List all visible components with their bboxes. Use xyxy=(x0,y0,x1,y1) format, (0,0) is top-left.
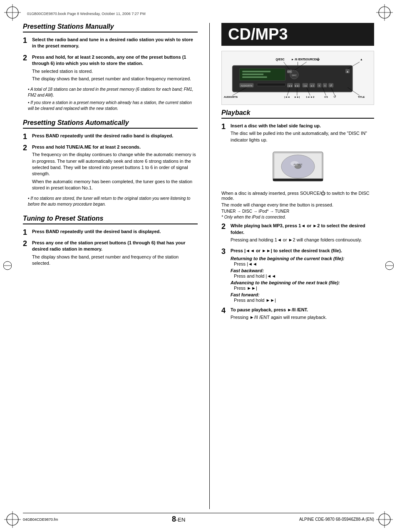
corner-mark-br xyxy=(376,511,393,528)
step-playback-content-3: Press |◄◄ or ►►| to select the desired t… xyxy=(231,248,374,303)
step-content-2: Press and hold, for at least 2 seconds, … xyxy=(32,54,198,84)
bullet-1-2: If you store a station in a preset memor… xyxy=(28,100,198,112)
step-manually-2: 2 Press and hold, for at least 2 seconds… xyxy=(23,54,198,84)
section-title-playback: Playback xyxy=(221,109,374,119)
step-playback-num-1: 1 xyxy=(221,123,228,144)
step-auto-title-1: Press BAND repeatedly until the desired … xyxy=(32,133,198,139)
step-playback-body-1: The disc will be pulled into the unit au… xyxy=(231,130,374,143)
step-auto-title-2: Press and hold TUNE/A.ME for at least 2 … xyxy=(32,144,198,150)
svg-text:↺: ↺ xyxy=(330,84,332,87)
step-playback-body-2: Pressing and holding 1◄ or ►2 will chang… xyxy=(231,237,374,243)
svg-text:► /II /ENT: ► /II /ENT xyxy=(291,58,305,61)
sub-content-anb: Press ►►| xyxy=(234,286,374,291)
sub-content-ff: Press and hold ►►| xyxy=(234,298,374,303)
svg-text:▲: ▲ xyxy=(346,70,349,73)
step-tuning-title-1: Press BAND repeatedly until the desired … xyxy=(32,229,198,235)
model-info: ALPINE CDE-9870 68-05946Z88-A (EN) xyxy=(299,517,374,522)
svg-text:▲: ▲ xyxy=(360,58,363,61)
step-auto-content-2: Press and hold TUNE/A.ME for at least 2 … xyxy=(32,144,198,193)
svg-text:↺: ↺ xyxy=(333,95,336,99)
section-tuning-preset: Tuning to Preset Stations 1 Press BAND r… xyxy=(23,215,198,268)
svg-text:ESC: ESC xyxy=(288,70,292,73)
step-num-1: 1 xyxy=(23,37,30,51)
step-tuning-num-2: 2 xyxy=(23,240,30,268)
step-playback-content-2: While playing back MP3, press 1◄ or ►2 t… xyxy=(231,223,374,244)
bottom-left: 04GB04CDE9870.fm xyxy=(23,517,58,522)
step-body-2-2: The display shows the band, preset numbe… xyxy=(32,76,198,82)
step-tuning-body-2: The display shows the band, preset numbe… xyxy=(32,254,198,267)
svg-text:|◄◄: |◄◄ xyxy=(288,85,292,87)
step-title-1: Select the radio band and tune in a desi… xyxy=(32,37,198,50)
section-playback: Playback 1 Insert a disc with the label … xyxy=(221,109,374,322)
step-tuning-num-1: 1 xyxy=(23,229,30,236)
section-presetting-manually: Presetting Stations Manually 1 Select th… xyxy=(23,23,198,112)
section-presetting-auto: Presetting Stations Automatically 1 Pres… xyxy=(23,119,198,207)
step-content-1: Select the radio band and tune in a desi… xyxy=(32,37,198,51)
playback-after-2: The mode will change every time the butt… xyxy=(221,202,374,207)
step-tuning-1: 1 Press BAND repeatedly until the desire… xyxy=(23,229,198,236)
svg-text:4  5: 4 5 xyxy=(324,96,328,98)
corner-mark-bl xyxy=(4,511,21,528)
step-playback-2: 2 While playing back MP3, press 1◄ or ►2… xyxy=(221,223,374,244)
column-divider xyxy=(209,23,210,509)
tuner-arrow-line: TUNER → DISC → iPod* → TUNER xyxy=(221,209,374,214)
step-playback-4: 4 To pause playback, press ►/II /ENT. Pr… xyxy=(221,307,374,322)
step-playback-1: 1 Insert a disc with the label side faci… xyxy=(221,123,374,144)
sub-label-anb: Advancing to the beginning of the next t… xyxy=(231,280,374,285)
svg-text:►►|: ►►| xyxy=(294,96,300,98)
step-title-2: Press and hold, for at least 2 seconds, … xyxy=(32,54,198,67)
svg-text:►►|: ►►| xyxy=(295,85,299,87)
step-auto-1: 1 Press BAND repeatedly until the desire… xyxy=(23,133,198,140)
svg-rect-20 xyxy=(242,77,267,78)
svg-text:1◄: 1◄ xyxy=(303,85,307,87)
sub-content-rtb: Press |◄◄ xyxy=(234,261,374,266)
svg-text:Q/ESC: Q/ESC xyxy=(276,58,285,61)
center-mark-right xyxy=(385,259,394,273)
step-auto-2: 2 Press and hold TUNE/A.ME for at least … xyxy=(23,144,198,193)
sub-content-fb: Press and hold |◄◄ xyxy=(234,273,374,278)
step-auto-num-1: 1 xyxy=(23,133,30,140)
section-title-tuning: Tuning to Preset Stations xyxy=(23,215,198,224)
page-number: 8-EN xyxy=(172,515,185,524)
step-tuning-content-1: Press BAND repeatedly until the desired … xyxy=(32,229,198,236)
section-title-manually: Presetting Stations Manually xyxy=(23,23,198,32)
file-info: 01GB00CDE9870.book Page 8 Wednesday, Oct… xyxy=(27,12,146,16)
step-playback-3: 3 Press |◄◄ or ►►| to select the desired… xyxy=(221,248,374,303)
sub-label-ff: Fast forward: xyxy=(231,292,374,297)
radio-diagram: SRC ESC ▲ |◄◄ ►►| 1◄ ►2 4 xyxy=(221,51,374,105)
center-mark-left xyxy=(3,259,12,273)
step-playback-title-3: Press |◄◄ or ►►| to select the desired t… xyxy=(231,248,374,254)
step-tuning-2: 2 Press any one of the station preset bu… xyxy=(23,240,198,268)
step-auto-body-2-2: When the automatic memory has been compl… xyxy=(32,179,198,191)
svg-rect-43 xyxy=(257,83,285,86)
page-content: Presetting Stations Manually 1 Select th… xyxy=(23,23,374,509)
corner-mark-tr xyxy=(376,4,393,21)
svg-rect-71 xyxy=(273,179,323,181)
section-title-auto: Presetting Stations Automatically xyxy=(23,119,198,129)
bottom-bar: 04GB04CDE9870.fm 8-EN ALPINE CDE-9870 68… xyxy=(23,513,374,524)
step-playback-body-4: Pressing ►/II /ENT again will resume pla… xyxy=(231,314,374,321)
sub-label-rtb: Returning to the beginning of the curren… xyxy=(231,256,374,261)
svg-text:AUDIO/RTN: AUDIO/RTN xyxy=(224,96,238,98)
svg-text:ALPINE: ALPINE xyxy=(293,163,302,166)
asterisk-note: * Only when the iPod is connected. xyxy=(221,215,374,219)
step-body-2-1: The selected station is stored. xyxy=(32,68,198,75)
right-column: CD/MP3 SRC ESC ▲ xyxy=(221,23,374,509)
step-auto-num-2: 2 xyxy=(23,144,30,193)
step-tuning-content-2: Press any one of the station preset butt… xyxy=(32,240,198,268)
step-playback-title-4: To pause playback, press ►/II /ENT. xyxy=(231,307,374,313)
svg-text:SOURCE/⏻: SOURCE/⏻ xyxy=(304,57,320,61)
svg-text:TITLE: TITLE xyxy=(358,96,365,98)
bullet-1-1: A total of 18 stations can be stored in … xyxy=(28,87,198,98)
step-num-2: 2 xyxy=(23,54,30,84)
step-playback-content-1: Insert a disc with the label side facing… xyxy=(231,123,374,144)
step-manually-1: 1 Select the radio band and tune in a de… xyxy=(23,37,198,51)
svg-text:►2: ►2 xyxy=(310,85,314,87)
svg-text:|◄◄: |◄◄ xyxy=(284,96,290,98)
step-playback-content-4: To pause playback, press ►/II /ENT. Pres… xyxy=(231,307,374,322)
step-playback-title-1: Insert a disc with the label side facing… xyxy=(231,123,374,129)
svg-text:AUDIO/RTN: AUDIO/RTN xyxy=(241,85,252,87)
svg-text:1◄    ►2: 1◄ ►2 xyxy=(306,96,315,98)
svg-text:5: 5 xyxy=(324,85,325,87)
cd-diagram: ALPINE xyxy=(265,148,331,187)
